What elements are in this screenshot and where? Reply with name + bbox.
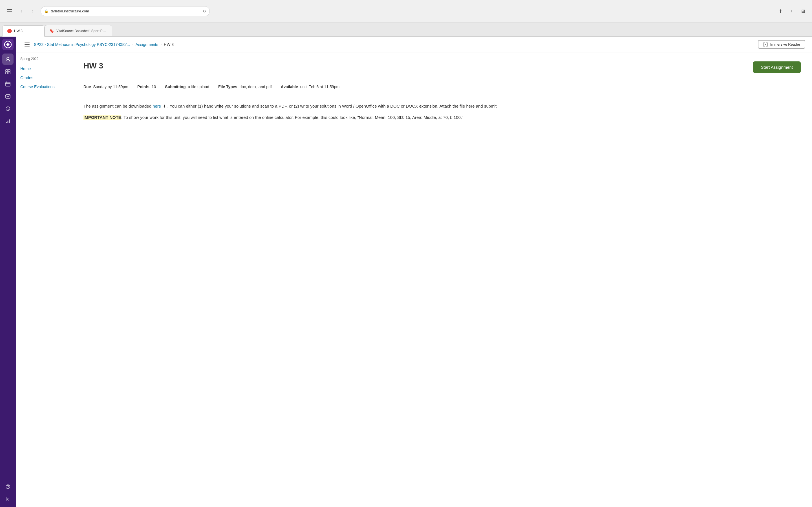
breadcrumb-sep-2: ›	[160, 43, 161, 47]
course-nav-home[interactable]: Home	[16, 64, 72, 73]
breadcrumb-assignments-link[interactable]: Assignments	[136, 42, 158, 47]
app-layout: SP22 - Stat Methods in Psychology PSYC-2…	[0, 37, 812, 507]
svg-rect-20	[763, 43, 765, 46]
immersive-reader-label: Immersive Reader	[770, 42, 800, 47]
svg-rect-9	[6, 82, 10, 86]
download-link[interactable]: here	[153, 104, 161, 108]
share-button[interactable]: ⬆	[776, 7, 785, 16]
assignment-meta: Due Sunday by 11:59pm Points 10 Submitti…	[84, 84, 801, 89]
important-note-label: IMPORTANT NOTE	[84, 115, 121, 120]
menu-toggle-button[interactable]	[22, 40, 32, 49]
course-nav-evaluations[interactable]: Course Evaluations	[16, 82, 72, 91]
svg-rect-17	[24, 43, 30, 43]
course-nav-season: Spring 2022	[16, 57, 72, 64]
course-nav: Spring 2022 Home Grades Course Evaluatio…	[16, 52, 72, 507]
assignment-paragraph-2: IMPORTANT NOTE: To show your work for th…	[84, 114, 801, 121]
browser-controls: ‹ ›	[4, 6, 37, 16]
content-layout: Spring 2022 Home Grades Course Evaluatio…	[16, 52, 812, 507]
tab1-favicon: 🔴	[7, 29, 12, 33]
meta-points: Points 10	[137, 84, 156, 89]
points-label: Points	[137, 84, 149, 89]
tab-hw3[interactable]: 🔴 HW 3	[2, 25, 45, 37]
svg-rect-0	[7, 9, 12, 10]
divider-2	[84, 98, 801, 98]
forward-button[interactable]: ›	[28, 7, 37, 16]
tab2-favicon: 🔖	[49, 29, 54, 33]
assignment-content: HW 3 Start Assignment Due Sunday by 11:5…	[72, 52, 812, 507]
course-nav-grades[interactable]: Grades	[16, 73, 72, 82]
svg-rect-1	[7, 11, 12, 11]
svg-rect-12	[6, 122, 7, 123]
global-nav	[0, 37, 16, 507]
new-tab-button[interactable]: ＋	[787, 7, 796, 16]
svg-rect-19	[24, 46, 30, 47]
svg-rect-5	[6, 69, 8, 71]
svg-rect-6	[8, 69, 10, 71]
assignment-header: HW 3 Start Assignment	[84, 61, 801, 73]
divider-1	[84, 80, 801, 80]
points-value: 10	[152, 84, 156, 89]
meta-submitting: Submitting a file upload	[165, 84, 209, 89]
browser-tabs: 🔴 HW 3 🔖 VitalSource Bookshelf: Sport Ps…	[0, 22, 812, 37]
due-value: Sunday by 11:59pm	[93, 84, 128, 89]
canvas-logo[interactable]	[2, 39, 13, 50]
body-text-2: . You can either (1) hand write your sol…	[167, 104, 498, 108]
lock-icon: 🔒	[44, 9, 49, 13]
tab2-title: VitalSource Bookshelf: Sport Psychology	[56, 29, 107, 33]
submitting-value: a file upload	[188, 84, 209, 89]
svg-rect-18	[24, 44, 30, 45]
assignment-body: The assignment can be downloaded here ⬇ …	[84, 103, 801, 121]
submitting-label: Submitting	[165, 84, 186, 89]
browser-chrome: ‹ › 🔒 tarleton.instructure.com ↻ ⬆ ＋ ⊞	[0, 0, 812, 22]
main-area: SP22 - Stat Methods in Psychology PSYC-2…	[16, 37, 812, 507]
address-bar[interactable]: 🔒 tarleton.instructure.com ↻	[41, 6, 210, 16]
breadcrumb-current: HW 3	[164, 42, 174, 47]
nav-analytics[interactable]	[2, 115, 13, 127]
nav-inbox[interactable]	[2, 91, 13, 102]
tab1-title: HW 3	[14, 29, 22, 33]
breadcrumb-sep-1: ›	[132, 43, 133, 47]
svg-rect-14	[9, 119, 10, 123]
body-text-1: The assignment can be downloaded	[84, 104, 151, 108]
meta-due: Due Sunday by 11:59pm	[84, 84, 128, 89]
nav-history[interactable]	[2, 103, 13, 114]
url-text: tarleton.instructure.com	[51, 9, 89, 13]
assignment-title: HW 3	[84, 61, 103, 70]
browser-actions: ⬆ ＋ ⊞	[776, 7, 808, 16]
svg-rect-21	[766, 43, 768, 46]
important-note-text: : To show your work for this unit, you w…	[121, 115, 463, 120]
download-icon: ⬇	[163, 103, 166, 109]
tab-vitalsource[interactable]: 🔖 VitalSource Bookshelf: Sport Psycholog…	[45, 25, 112, 36]
top-bar: SP22 - Stat Methods in Psychology PSYC-2…	[16, 37, 812, 52]
file-types-label: File Types	[218, 84, 237, 89]
file-types-value: doc, docx, and pdf	[239, 84, 271, 89]
meta-available: Available until Feb 6 at 11:59pm	[281, 84, 340, 89]
svg-rect-7	[6, 72, 8, 74]
svg-point-4	[7, 57, 9, 59]
start-assignment-button[interactable]: Start Assignment	[753, 61, 801, 73]
available-value: until Feb 6 at 11:59pm	[300, 84, 340, 89]
reload-icon[interactable]: ↻	[203, 9, 206, 13]
svg-rect-13	[8, 121, 8, 123]
meta-file-types: File Types doc, docx, and pdf	[218, 84, 272, 89]
breadcrumb: SP22 - Stat Methods in Psychology PSYC-2…	[34, 42, 756, 47]
grid-button[interactable]: ⊞	[799, 7, 808, 16]
nav-help[interactable]	[2, 481, 13, 492]
immersive-reader-button[interactable]: Immersive Reader	[758, 40, 805, 49]
assignment-paragraph-1: The assignment can be downloaded here ⬇ …	[84, 103, 801, 110]
back-button[interactable]: ‹	[17, 7, 26, 16]
nav-calendar[interactable]	[2, 78, 13, 90]
svg-point-16	[8, 488, 8, 489]
available-label: Available	[281, 84, 298, 89]
due-label: Due	[84, 84, 91, 89]
breadcrumb-course-link[interactable]: SP22 - Stat Methods in Psychology PSYC-2…	[34, 42, 130, 47]
nav-account[interactable]	[2, 54, 13, 65]
collapse-nav-button[interactable]	[2, 494, 13, 505]
nav-courses[interactable]	[2, 66, 13, 77]
sidebar-toggle-button[interactable]	[4, 6, 15, 16]
svg-rect-2	[7, 13, 12, 13]
svg-rect-8	[8, 72, 10, 74]
svg-rect-10	[6, 95, 10, 98]
